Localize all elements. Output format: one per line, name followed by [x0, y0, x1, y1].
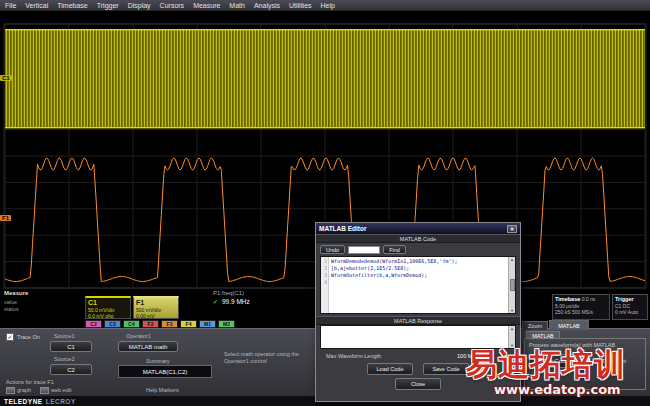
summary-label: Summary: [146, 358, 170, 364]
c1-channel-marker[interactable]: C1: [0, 75, 12, 81]
summary-readout: MATLAB(C1,C2): [118, 365, 212, 378]
web-edit-icon: [40, 387, 49, 394]
tab-zoom[interactable]: Zoom: [522, 321, 548, 330]
c1-waveform: [5, 30, 645, 128]
scroll-down-icon[interactable]: ▼: [510, 308, 514, 313]
menu-item-trigger[interactable]: Trigger: [97, 2, 119, 9]
timebase-offset: 0.0 ns: [582, 296, 596, 302]
f1-descriptor-box[interactable]: F1 500 mV/div 0.00 mV: [133, 296, 179, 319]
find-input[interactable]: [348, 246, 380, 254]
measure-row-value: value: [4, 299, 17, 305]
menu-bar: FileVerticalTimebaseTriggerDisplayCursor…: [0, 0, 650, 11]
menu-item-measure[interactable]: Measure: [193, 2, 220, 9]
trace-on-label: Trace On: [17, 334, 40, 340]
measure-row-status: status: [4, 306, 19, 312]
menu-item-utilities[interactable]: Utilities: [289, 2, 312, 9]
trace-button-c4[interactable]: C4: [123, 320, 140, 328]
trace-button-c3[interactable]: C3: [104, 320, 121, 328]
web-edit-shortcut[interactable]: web edit: [40, 387, 72, 394]
trace-button-c2[interactable]: C2: [85, 320, 102, 328]
f1-channel-marker[interactable]: F1: [0, 215, 11, 221]
trace-button-m2[interactable]: M2: [218, 320, 235, 328]
resp-scroll-up-icon[interactable]: ▲: [510, 326, 514, 331]
menu-item-analysis[interactable]: Analysis: [254, 2, 280, 9]
code-editor[interactable]: 1234 WformDemod=demod(WformIn1,100E6,5E8…: [320, 256, 516, 314]
menu-item-vertical[interactable]: Vertical: [25, 2, 48, 9]
actions-for-trace-label: Actions for trace F1: [6, 379, 54, 385]
find-button[interactable]: Find: [383, 245, 406, 254]
trace-button-m1[interactable]: M1: [199, 320, 216, 328]
operator1-label: Operator1: [126, 333, 151, 339]
operator1-button[interactable]: MATLAB math: [118, 341, 178, 352]
code-toolbar: Undo Find: [316, 243, 520, 256]
c1-descriptor-box[interactable]: C1 50.0 mV/div 0.0 mV ofst: [85, 296, 131, 319]
source1-button[interactable]: C1: [50, 341, 92, 352]
oscilloscope-app: { "menu": {"items": ["File","Vertical","…: [0, 0, 650, 406]
c1-descriptor-offset: 0.0 mV ofst: [88, 313, 128, 319]
matlab-code-header: MATLAB Code: [316, 234, 520, 243]
measure-title: Measure: [4, 290, 28, 296]
p1-status-check-icon: ✔: [213, 298, 218, 305]
source1-label: Source1: [54, 333, 75, 339]
menu-item-file[interactable]: File: [5, 2, 16, 9]
trigger-descriptor-box[interactable]: Trigger C1 DC 0 mV Auto: [612, 294, 648, 320]
f1-descriptor-name: F1: [136, 299, 176, 307]
brand-teledyne: TELEDYNE: [4, 398, 43, 405]
web-edit-label: web edit: [51, 387, 72, 393]
close-button[interactable]: Close: [395, 378, 441, 390]
code-lines[interactable]: WformDemod=demod(WformIn1,100E6,5E8,'fm'…: [329, 257, 508, 313]
dialog-title: MATLAB Editor: [319, 225, 367, 232]
menu-item-cursors[interactable]: Cursors: [160, 2, 185, 9]
watermark-chinese-text: 易迪拓培训: [466, 344, 626, 386]
f1-descriptor-offset: 0.00 mV: [136, 313, 176, 319]
dialog-close-icon[interactable]: ✕: [507, 225, 517, 233]
trigger-level: 0 mV: [615, 309, 627, 315]
menu-item-display[interactable]: Display: [128, 2, 151, 9]
operator-hint-text: Select math operator using the Operator1…: [224, 351, 310, 365]
c1-descriptor-name: C1: [88, 299, 128, 307]
trace-button-row: C2C3C4F2F3F4M1M2: [85, 320, 235, 329]
trace-button-f2[interactable]: F2: [142, 320, 159, 328]
load-code-button[interactable]: Load Code: [367, 363, 413, 375]
graph-icon: [6, 387, 15, 394]
tab-matlab[interactable]: MATLAB: [549, 320, 589, 330]
watermark-url-text: www.edatop.com: [494, 382, 621, 397]
scroll-thumb[interactable]: [510, 279, 515, 291]
code-gutter: 1234: [321, 257, 329, 313]
menu-item-timebase[interactable]: Timebase: [57, 2, 87, 9]
p1-measurement-value: 99.9 MHz: [222, 298, 250, 305]
source2-label: Source2: [54, 356, 75, 362]
trace-button-f4[interactable]: F4: [180, 320, 197, 328]
graph-label: graph: [17, 387, 31, 393]
menu-item-math[interactable]: Math: [229, 2, 245, 9]
code-scrollbar[interactable]: ▲ ▼: [508, 257, 515, 313]
trace-on-control[interactable]: ✓ Trace On: [6, 333, 40, 341]
save-code-button[interactable]: Save Code: [423, 363, 469, 375]
source2-button[interactable]: C2: [50, 364, 92, 375]
brand-lecroy: LECROY: [46, 398, 76, 405]
scroll-up-icon[interactable]: ▲: [510, 257, 514, 262]
p1-measurement-label: P1:freq(C1): [213, 290, 244, 296]
dialog-titlebar[interactable]: MATLAB Editor ✕: [316, 223, 520, 234]
timebase-record: 250 kS 500 MS/s: [555, 309, 607, 316]
trace-button-f3[interactable]: F3: [161, 320, 178, 328]
menu-item-help[interactable]: Help: [321, 2, 335, 9]
graph-shortcut[interactable]: graph: [6, 387, 31, 394]
trigger-mode: Auto: [628, 309, 638, 315]
undo-button[interactable]: Undo: [320, 245, 345, 254]
timebase-descriptor-box[interactable]: Timebase 0.0 ns 5.00 μs/div 250 kS 500 M…: [552, 294, 610, 320]
help-markers-label: Help Markers: [146, 387, 179, 393]
timebase-title: Timebase: [555, 296, 580, 302]
matlab-response-header: MATLAB Response: [316, 316, 520, 325]
max-waveform-length-label: Max Waveform Length: [326, 353, 381, 359]
trace-on-check-icon: ✓: [7, 333, 12, 341]
trace-on-checkbox[interactable]: ✓: [6, 333, 14, 341]
